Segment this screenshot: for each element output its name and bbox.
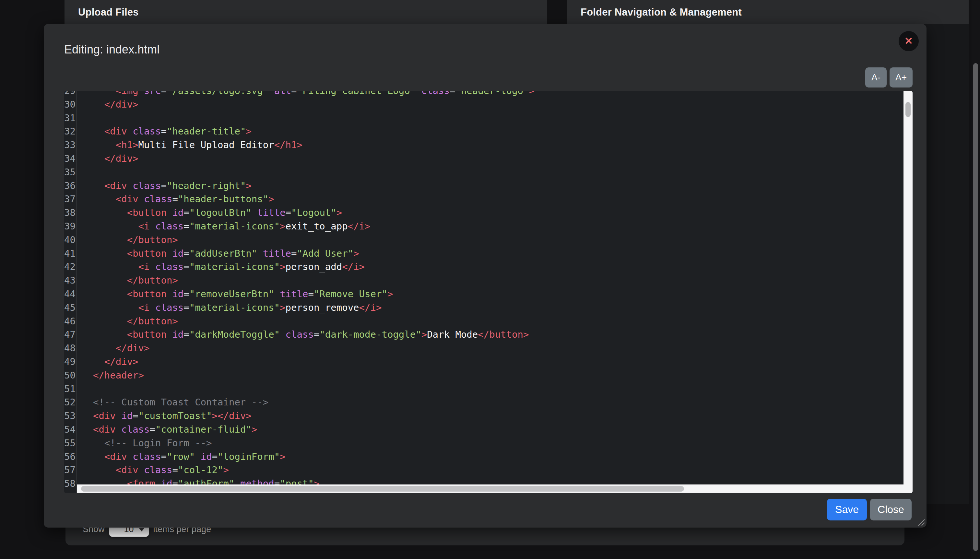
line-number: 31: [64, 111, 77, 125]
resize-handle-icon[interactable]: [917, 518, 925, 526]
code-line: 43 </button>: [64, 274, 904, 288]
code-line: 51: [64, 382, 904, 396]
code-line: 35: [64, 165, 904, 179]
code-line: 40 </button>: [64, 233, 904, 247]
code-line: 39 <i class="material-icons">exit_to_app…: [64, 220, 904, 233]
line-number: 30: [64, 98, 77, 111]
code-line: 29 <img src="/assets/logo.svg" alt="Fili…: [64, 91, 904, 98]
line-number: 49: [64, 355, 77, 369]
code-line: 34 </div>: [64, 152, 904, 165]
code-line: 54<div class="container-fluid">: [64, 423, 904, 437]
save-button[interactable]: Save: [827, 499, 867, 521]
code-line: 38 <button id="logoutBtn" title="Logout"…: [64, 206, 904, 220]
line-number: 57: [64, 463, 77, 477]
code-line: 30 </div>: [64, 98, 904, 111]
line-number: 44: [64, 288, 77, 301]
font-decrease-button[interactable]: A-: [865, 68, 887, 88]
code-line: 45 <i class="material-icons">person_remo…: [64, 301, 904, 315]
modal-close-x-button[interactable]: ✕: [899, 31, 919, 51]
code-line: 50</header>: [64, 369, 904, 382]
code-line: 44 <button id="removeUserBtn" title="Rem…: [64, 288, 904, 301]
line-number: 32: [64, 125, 77, 138]
line-number: 56: [64, 450, 77, 464]
close-icon: ✕: [904, 35, 913, 47]
line-number: 42: [64, 260, 77, 274]
code-line: 41 <button id="addUserBtn" title="Add Us…: [64, 247, 904, 261]
code-line: 56 <div class="row" id="loginForm">: [64, 450, 904, 464]
code-line: 37 <div class="header-buttons">: [64, 192, 904, 206]
code-line: 55 <!-- Login Form -->: [64, 437, 904, 450]
page-scrollbar-thumb[interactable]: [973, 63, 978, 551]
code-line: 57 <div class="col-12">: [64, 463, 904, 477]
line-number: 40: [64, 233, 77, 247]
line-number: 36: [64, 179, 77, 193]
line-number: 34: [64, 152, 77, 165]
line-number: 41: [64, 247, 77, 261]
line-number: 53: [64, 409, 77, 423]
code-line: 53<div id="customToast"></div>: [64, 409, 904, 423]
code-line: 46 </button>: [64, 315, 904, 328]
folder-navigation-title: Folder Navigation & Management: [581, 7, 742, 18]
line-number: 47: [64, 328, 77, 342]
folder-navigation-header: Folder Navigation & Management: [567, 0, 968, 24]
editor-horizontal-scrollbar[interactable]: [77, 485, 904, 493]
line-number: 35: [64, 165, 77, 179]
line-number: 51: [64, 382, 77, 396]
code-line: 42 <i class="material-icons">person_add<…: [64, 260, 904, 274]
font-increase-button[interactable]: A+: [889, 68, 912, 88]
code-line: 32 <div class="header-title">: [64, 125, 904, 138]
line-number: 54: [64, 423, 77, 437]
horizontal-scrollbar-thumb[interactable]: [81, 486, 684, 491]
code-line: 36 <div class="header-right">: [64, 179, 904, 193]
upload-files-header: Upload Files: [65, 0, 547, 24]
line-number: 46: [64, 315, 77, 328]
upload-files-title: Upload Files: [78, 7, 139, 18]
code-line: 52<!-- Custom Toast Container -->: [64, 396, 904, 409]
line-number: 29: [64, 91, 77, 98]
line-number: 37: [64, 192, 77, 206]
code-line: 31: [64, 111, 904, 125]
vertical-scrollbar-thumb[interactable]: [906, 102, 910, 117]
code-line: 49 </div>: [64, 355, 904, 369]
line-number: 50: [64, 369, 77, 382]
line-number: 48: [64, 342, 77, 355]
line-number: 33: [64, 138, 77, 152]
code-line: 48 </div>: [64, 342, 904, 355]
edit-file-modal: Editing: index.html ✕ A- A+ 29 <img src=…: [44, 24, 927, 528]
close-button[interactable]: Close: [870, 499, 912, 521]
line-number: 58: [64, 477, 77, 491]
editor-vertical-scrollbar[interactable]: [904, 91, 912, 493]
page-scrollbar[interactable]: [972, 0, 980, 559]
line-number: 38: [64, 206, 77, 220]
line-number: 45: [64, 301, 77, 315]
code-editor[interactable]: 29 <img src="/assets/logo.svg" alt="Fili…: [64, 91, 912, 493]
gutter-divider: [76, 91, 77, 493]
code-lines: 29 <img src="/assets/logo.svg" alt="Fili…: [64, 91, 904, 493]
line-number: 39: [64, 220, 77, 233]
line-number: 43: [64, 274, 77, 288]
code-line: 33 <h1>Multi File Upload Editor</h1>: [64, 138, 904, 152]
modal-title: Editing: index.html: [64, 43, 159, 56]
line-number: 52: [64, 396, 77, 409]
code-line: 47 <button id="darkModeToggle" class="da…: [64, 328, 904, 342]
line-number: 55: [64, 437, 77, 450]
